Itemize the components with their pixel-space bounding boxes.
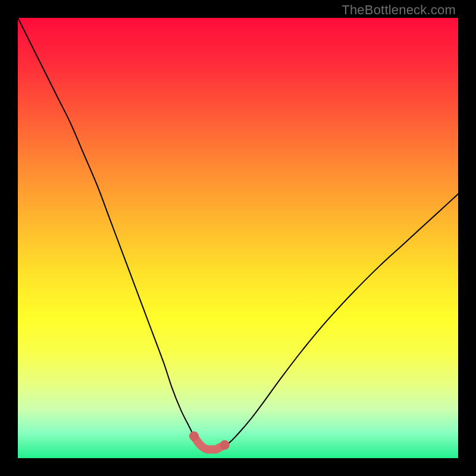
curve-svg bbox=[18, 18, 458, 458]
watermark-text: TheBottleneck.com bbox=[342, 2, 456, 18]
minimum-highlight-dot-right bbox=[220, 440, 230, 450]
bottleneck-curve-path bbox=[18, 18, 458, 450]
minimum-highlight-path bbox=[194, 436, 225, 450]
minimum-highlight-dot-left bbox=[189, 431, 199, 441]
plot-area bbox=[18, 18, 458, 458]
chart-frame: TheBottleneck.com bbox=[0, 0, 476, 476]
